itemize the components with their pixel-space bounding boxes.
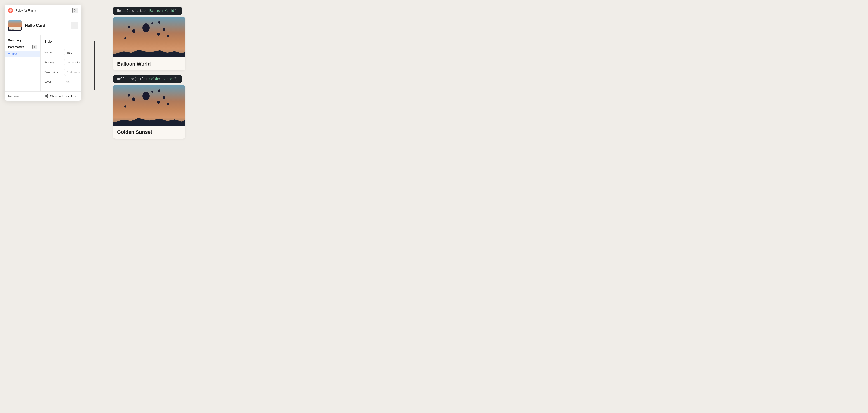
- relay-logo-icon: [8, 8, 13, 13]
- content-title-row: Title 🗑: [44, 38, 81, 45]
- tooltip-2-value: Golden Sunset: [149, 77, 174, 81]
- balloon-sm1-2: [132, 97, 135, 101]
- parameters-header: Parameters +: [4, 43, 40, 51]
- property-field-row: Property text-content visible fill-color…: [44, 59, 81, 66]
- card-1-body: Balloon World: [113, 57, 185, 70]
- balloon-sm8-2: [124, 105, 126, 107]
- svg-point-6: [45, 96, 46, 96]
- param-type-icon: T: [8, 53, 10, 55]
- tooltip-1-param: title: [136, 9, 146, 13]
- content-section-title: Title: [44, 39, 52, 43]
- layer-field-label: Layer: [44, 80, 62, 83]
- tooltip-2-fn: HelloCard: [117, 77, 134, 81]
- thumbnail-text: Hello World card thumbnail: [9, 27, 21, 30]
- component-header-left: Hello World card thumbnail Hello Card: [8, 20, 45, 31]
- balloon-basket: [146, 32, 147, 33]
- svg-point-7: [47, 97, 48, 98]
- balloon-body: [151, 22, 153, 24]
- layer-field-wrapper: Title: [64, 78, 81, 85]
- component-name: Hello Card: [25, 23, 45, 28]
- balloon-sm5: [163, 28, 165, 31]
- svg-line-9: [46, 96, 47, 97]
- component-header: Hello World card thumbnail Hello Card ⋮: [4, 17, 81, 35]
- balloon-body: [128, 94, 130, 97]
- balloon-body: [151, 91, 153, 93]
- balloon-body: [143, 24, 150, 32]
- balloon-sm5-2: [163, 96, 165, 99]
- property-select[interactable]: text-content visible fill-color componen…: [64, 59, 81, 66]
- name-input[interactable]: [64, 49, 81, 56]
- panel-sidebar: Summary Parameters + T Title: [4, 35, 41, 91]
- balloon-sm3-2: [157, 101, 160, 104]
- balloon-body: [143, 92, 150, 100]
- plugin-panel: Relay for Figma ✕ Hello World card thumb…: [4, 4, 81, 100]
- share-button[interactable]: Share with developer: [45, 94, 78, 98]
- card-2-tooltip: HelloCard(title="Golden Sunset"): [113, 75, 182, 83]
- mountain-silhouette-1: [113, 47, 185, 57]
- balloon-body: [124, 105, 126, 107]
- svg-line-8: [46, 95, 47, 96]
- balloon-sm7-2: [151, 91, 153, 93]
- layer-field-row: Layer Title: [44, 78, 81, 85]
- more-options-button[interactable]: ⋮: [71, 22, 78, 29]
- balloon-body: [157, 101, 160, 104]
- balloon-body: [158, 21, 160, 24]
- balloon-body: [128, 26, 130, 29]
- card-2: Golden Sunset: [113, 85, 185, 139]
- bracket-connector: [94, 41, 100, 90]
- panel-content: Title 🗑 Name Property text-content visib…: [41, 35, 81, 91]
- card-1: Balloon World: [113, 17, 185, 70]
- param-item-title[interactable]: T Title: [4, 51, 40, 57]
- property-select-wrapper: text-content visible fill-color componen…: [64, 59, 81, 66]
- card-1-container: HelloCard(title="Balloon World"): [113, 7, 864, 70]
- name-field-row: Name: [44, 49, 81, 56]
- name-field-label: Name: [44, 51, 62, 54]
- balloon-body: [167, 103, 169, 105]
- share-icon: [45, 94, 49, 98]
- status-text: No errors: [8, 94, 20, 98]
- balloon-sm2: [128, 26, 130, 29]
- card-2-title: Golden Sunset: [117, 129, 181, 135]
- balloon-sm4-2: [158, 90, 160, 92]
- balloon-scene-2: [113, 85, 185, 126]
- property-field-label: Property: [44, 61, 62, 64]
- card-1-title: Balloon World: [117, 61, 181, 67]
- balloon-main: [143, 24, 150, 33]
- balloon-sm7: [151, 22, 153, 24]
- share-button-label: Share with developer: [50, 94, 78, 98]
- description-field-row: Description: [44, 69, 81, 76]
- balloon-body: [163, 96, 165, 99]
- panel-footer: No errors Share with developer: [4, 92, 81, 100]
- add-parameter-button[interactable]: +: [32, 44, 37, 49]
- balloon-main-2: [143, 92, 150, 101]
- cards-area: HelloCard(title="Balloon World"): [113, 4, 864, 139]
- balloon-sm2-2: [128, 94, 130, 97]
- svg-point-5: [47, 94, 48, 95]
- param-item-label: Title: [11, 52, 17, 56]
- balloon-sm6: [167, 35, 169, 37]
- description-input[interactable]: [64, 69, 81, 76]
- tooltip-1-value: Balloon World: [149, 9, 174, 13]
- connector-area: [90, 41, 104, 90]
- balloon-body: [157, 33, 160, 36]
- card-1-tooltip: HelloCard(title="Balloon World"): [113, 7, 182, 15]
- summary-label: Summary: [4, 37, 40, 43]
- description-field-label: Description: [44, 71, 62, 74]
- layer-value: Title: [64, 80, 81, 84]
- balloon-sm8: [124, 37, 126, 39]
- card-2-image: [113, 85, 185, 126]
- component-thumbnail: Hello World card thumbnail: [8, 20, 22, 31]
- panel-header: Relay for Figma ✕: [4, 4, 81, 17]
- panel-body: Summary Parameters + T Title Title 🗑 Nam…: [4, 35, 81, 92]
- balloon-body: [158, 90, 160, 92]
- parameters-label: Parameters: [8, 45, 24, 49]
- panel-title: Relay for Figma: [16, 9, 36, 12]
- close-button[interactable]: ✕: [72, 8, 78, 13]
- balloon-sm6-2: [167, 103, 169, 105]
- balloon-body: [132, 97, 135, 101]
- tooltip-2-param: title: [136, 77, 146, 81]
- balloon-basket: [146, 100, 147, 101]
- balloon-sm1: [132, 29, 135, 33]
- balloon-body: [163, 28, 165, 31]
- balloon-scene-1: [113, 17, 185, 57]
